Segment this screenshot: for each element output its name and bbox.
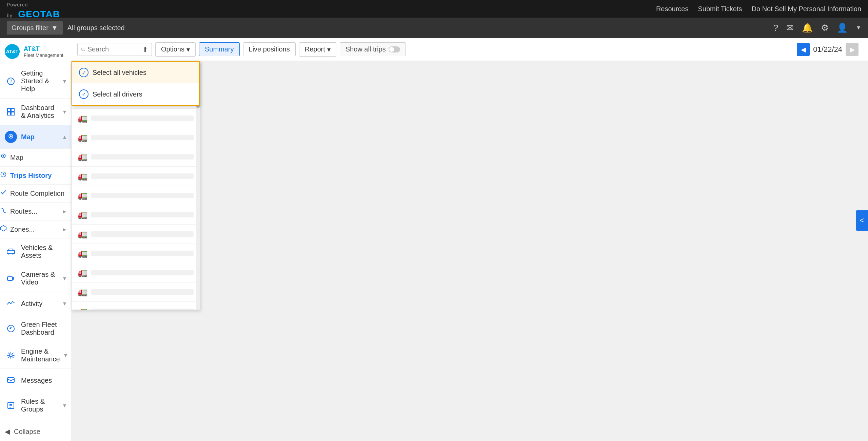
svg-point-22 [82,48,84,50]
list-item[interactable]: 🚛 [72,109,200,128]
groups-filter-label: Groups filter [12,24,48,32]
date-prev-button[interactable]: ◀ [797,43,810,56]
svg-point-7 [10,135,12,137]
user-icon[interactable]: 👤 [837,23,848,33]
sidebar-subitem-map[interactable]: Map [0,149,71,167]
sidebar-item-green-fleet[interactable]: Green Fleet Dashboard [0,315,71,342]
vehicle-truck-icon: 🚛 [78,191,88,200]
date-display: 01/22/24 [813,45,842,54]
vehicle-truck-icon: 🚛 [78,249,88,258]
vehicle-name [91,251,194,256]
map-icon [5,131,17,143]
mail-icon[interactable]: ✉ [786,23,794,33]
right-collapse-button[interactable]: < [856,210,868,231]
vehicle-name [91,231,194,237]
vehicle-truck-icon: 🚛 [78,307,88,310]
sidebar-item-dashboard-label: Dashboard & Analytics [21,104,59,120]
right-collapse-icon: < [860,216,864,225]
search-dropdown-button[interactable]: ⬆ [142,45,148,54]
svg-text:?: ? [9,79,12,84]
next-arrow-icon: ▶ [850,45,855,54]
sidebar-subitem-route-completion[interactable]: Route Completion [0,185,71,203]
summary-label: Summary [205,45,234,53]
chevron-down-icon: ▾ [63,78,66,85]
vehicle-list: 🚛 🚛 🚛 🚛 🚛 🚛 🚛 🚛 🚛 🚛 🚛 🚛 🚛 🚛 🚛 🚛 🚛 🚛 🚛 [72,89,200,310]
vehicle-truck-icon: 🚛 [78,268,88,277]
vehicle-truck-icon: 🚛 [78,171,88,181]
list-item[interactable]: 🚛 [72,263,200,282]
report-chevron-icon: ▾ [327,45,331,54]
vehicle-truck-icon: 🚛 [78,113,88,123]
bell-icon[interactable]: 🔔 [802,23,813,33]
chevron-down-icon: ▾ [64,352,67,359]
sidebar-item-dashboard[interactable]: Dashboard & Analytics ▾ [0,99,71,125]
list-item[interactable]: 🚛 [72,128,200,147]
svg-line-23 [84,50,85,51]
live-positions-button[interactable]: Live positions [243,42,296,56]
sidebar-item-getting-started-label: Getting Started & Help [21,69,59,93]
toolbar: ⬆ Options ▾ Summary Live positions Repor… [71,38,868,61]
select-all-drivers-label: Select all drivers [93,90,142,98]
sidebar-subitem-trips-history[interactable]: Trips History [0,167,71,185]
list-item[interactable]: 🚛 [72,147,200,167]
resources-link[interactable]: Resources [656,5,689,13]
sidebar-subitem-routes[interactable]: Routes... ▸ [0,203,71,220]
sidebar-item-map[interactable]: Map ▴ [0,125,71,149]
svg-rect-17 [7,378,14,382]
date-next-button[interactable]: ▶ [846,43,859,56]
do-not-sell-link[interactable]: Do Not Sell My Personal Information [752,5,861,13]
groups-filter-button[interactable]: Groups filter ▼ [7,21,63,35]
zones-icon [0,225,7,234]
show-all-toggle[interactable] [389,46,400,52]
question-icon: ? [5,75,17,87]
collapse-arrow-icon: ◀ [5,427,10,436]
settings-icon[interactable]: ⚙ [821,23,829,33]
select-all-vehicles-item[interactable]: ✓ Select all vehicles [72,62,199,83]
sidebar-item-getting-started[interactable]: ? Getting Started & Help ▾ [0,64,71,99]
search-box[interactable]: ⬆ [77,43,152,56]
vehicles-icon [5,246,17,258]
select-all-drivers-item[interactable]: ✓ Select all drivers [72,83,199,105]
list-item[interactable]: 🚛 [72,186,200,205]
summary-button[interactable]: Summary [199,42,240,56]
sidebar-item-vehicles[interactable]: Vehicles & Assets [0,238,71,265]
report-label: Report [305,45,325,53]
list-item[interactable]: 🚛 [72,205,200,225]
sidebar-collapse-button[interactable]: ◀ Collapse [0,422,71,441]
report-button[interactable]: Report ▾ [299,42,336,57]
sidebar-item-rules[interactable]: Rules & Groups ▾ [0,392,71,419]
sidebar: AT&T AT&T Fleet Management ? Getting Sta… [0,38,71,441]
submit-tickets-link[interactable]: Submit Tickets [698,5,742,13]
svg-rect-4 [7,112,11,115]
list-item[interactable]: 🚛 [72,225,200,244]
groups-bar: Groups filter ▼ All groups selected ? ✉ … [0,18,868,38]
help-icon[interactable]: ? [773,23,778,33]
vehicle-name [91,154,194,160]
map-sub-icon [0,153,7,162]
search-input[interactable] [87,45,140,53]
sidebar-item-activity[interactable]: Activity ▾ [0,292,71,315]
sidebar-item-cameras[interactable]: Cameras & Video ▾ [0,265,71,292]
vehicle-name [91,212,194,217]
list-item[interactable]: 🚛 [72,302,200,310]
show-all-label: Show all trips [346,45,386,53]
show-all-trips-button[interactable]: Show all trips [340,42,406,56]
svg-point-14 [12,253,14,255]
trips-history-icon [0,171,7,180]
sidebar-item-vehicles-label: Vehicles & Assets [21,244,66,259]
green-fleet-icon [5,322,17,335]
list-item[interactable]: 🚛 [72,282,200,302]
list-item[interactable]: 🚛 [72,167,200,186]
sidebar-subitem-zones[interactable]: Zones... ▸ [0,220,71,238]
sidebar-item-engine[interactable]: Engine & Maintenance ▾ [0,342,71,369]
sidebar-subitem-route-label: Route Completion [10,190,64,197]
main-layout: AT&T AT&T Fleet Management ? Getting Sta… [0,38,868,441]
options-button[interactable]: Options ▾ [155,42,196,57]
svg-rect-15 [7,277,13,280]
sidebar-item-messages[interactable]: Messages [0,369,71,392]
svg-rect-3 [11,108,14,111]
list-item[interactable]: 🚛 [72,244,200,263]
chevron-up-icon: ▴ [63,133,66,141]
dropdown-arrow-icon[interactable]: ▼ [856,25,861,31]
toggle-thumb [389,47,394,52]
